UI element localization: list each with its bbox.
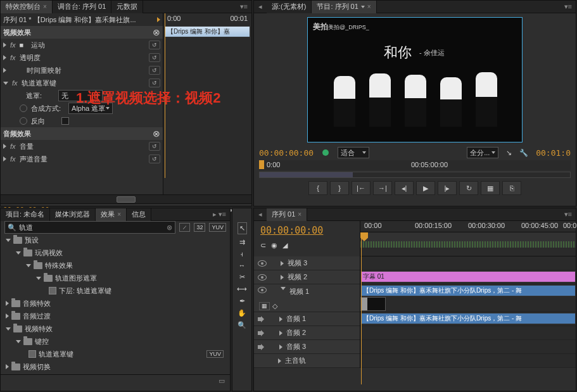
effect-opacity[interactable]: fx透明度↺ xyxy=(1,51,163,64)
output-icon[interactable]: ↘ xyxy=(506,149,512,157)
tree-keying[interactable]: 键控 xyxy=(1,335,230,348)
razor-tool[interactable]: ✂ xyxy=(239,273,245,281)
panel-menu-icon[interactable]: ▸ ▾≡ xyxy=(209,210,230,218)
tree-presets[interactable]: 预设 xyxy=(1,234,230,246)
tab-project[interactable]: 项目: 未命名 xyxy=(1,208,50,221)
search-input[interactable] xyxy=(19,224,164,231)
tab-effects[interactable]: 效果× xyxy=(96,208,127,221)
tree-video-trans[interactable]: 视频切换 xyxy=(1,360,230,373)
ripple-tool[interactable]: ⫞ xyxy=(240,250,244,258)
snap-icon[interactable]: ⊂ xyxy=(260,241,266,250)
step-back-button[interactable]: ◂| xyxy=(395,181,414,195)
section-audio-effects[interactable]: 音频效果 ⊗ xyxy=(1,127,163,140)
timeline-timecode[interactable]: 00:00:00:00 xyxy=(260,225,353,236)
track-a3-header[interactable]: 音频 3 xyxy=(254,340,360,354)
keyframe-icon[interactable]: ◇ xyxy=(272,302,277,310)
tree-trackmatte-preset[interactable]: 轨道图形遮罩 xyxy=(1,272,230,284)
track-master[interactable] xyxy=(360,354,576,368)
track-v2-header[interactable]: 视频 2 xyxy=(254,270,360,284)
mark-in-button[interactable]: { xyxy=(308,181,327,195)
clip-header[interactable]: 【Drips 编舞 和你】嘉 xyxy=(165,26,250,37)
step-fwd-button[interactable]: |▸ xyxy=(438,181,457,195)
marker-icon[interactable]: ◉ xyxy=(271,241,277,250)
new-bin-icon[interactable]: ▭ xyxy=(219,377,225,385)
close-icon[interactable]: × xyxy=(43,3,47,10)
panel-menu-icon[interactable]: ▾≡ xyxy=(236,3,251,11)
zoom-select[interactable]: 适合 xyxy=(338,147,369,158)
tab-metadata[interactable]: 元数据 xyxy=(111,1,143,13)
close-icon[interactable]: × xyxy=(367,3,371,10)
pen-tool[interactable]: ✒ xyxy=(239,297,245,305)
clip-main-audio[interactable]: 【Drips 编舞 和你】嘉禾舞社旗下小分队Drips，第二 - 舞 xyxy=(360,313,576,324)
scrollbar-h[interactable] xyxy=(1,194,251,203)
effects-search[interactable]: 🔍 ⊗ xyxy=(4,221,175,234)
track-select-tool[interactable]: ⇉ xyxy=(239,238,245,246)
rate-tool[interactable]: ↔ xyxy=(239,262,246,269)
badge-32[interactable]: 32 xyxy=(194,223,205,232)
program-timecode[interactable]: 00:00:00:00 xyxy=(259,148,314,158)
panel-menu-icon[interactable]: ▾≡ xyxy=(561,3,576,11)
track-v1[interactable]: 【Drips 编舞 和你】嘉禾舞社旗下小分队Drips，第二 - 舞 xyxy=(360,284,576,312)
clip-subtitle[interactable]: 字幕 01 xyxy=(360,271,576,282)
effect-channel-volume[interactable]: fx声道音量↺ xyxy=(1,153,163,165)
eye-icon[interactable] xyxy=(258,274,267,281)
clip-main-video[interactable]: 【Drips 编舞 和你】嘉禾舞社旗下小分队Drips，第二 - 舞 xyxy=(360,285,576,296)
track-a1-header[interactable]: 音频 1 xyxy=(254,312,360,326)
section-video-effects[interactable]: 视频效果 ⊗ xyxy=(1,26,163,39)
tree-special[interactable]: 特殊效果 xyxy=(1,259,230,272)
reset-icon[interactable]: ↺ xyxy=(149,66,160,75)
go-in-button[interactable]: |← xyxy=(352,181,371,195)
tab-program[interactable]: 节目: 序列 01× xyxy=(312,1,376,13)
effect-motion[interactable]: fx■运动↺ xyxy=(1,39,163,51)
prev-tab-icon[interactable]: ◂ xyxy=(254,210,267,218)
tree-sublayer[interactable]: 下层: 轨道遮罩键 xyxy=(1,284,230,297)
reverse-checkbox[interactable] xyxy=(61,117,69,125)
prev-tab-icon[interactable]: ◂ xyxy=(254,3,267,11)
wrench-icon[interactable]: 🔧 xyxy=(519,149,528,157)
track-v2[interactable]: 字幕 01 xyxy=(360,270,576,284)
track-v3-header[interactable]: 视频 3 xyxy=(254,256,360,270)
tab-info[interactable]: 信息 xyxy=(127,208,151,221)
speaker-icon[interactable] xyxy=(258,330,265,336)
reset-icon[interactable]: ↺ xyxy=(149,79,160,87)
tree-doll[interactable]: 玩偶视效 xyxy=(1,246,230,259)
panel-menu-icon[interactable]: ▾≡ xyxy=(561,210,576,218)
track-v1-header[interactable]: 视频 1 ▦◇ xyxy=(254,284,360,312)
track-v3[interactable] xyxy=(360,256,576,270)
reset-icon[interactable]: ↺ xyxy=(149,41,160,49)
track-a2-header[interactable]: 音频 2 xyxy=(254,326,360,340)
tree-video-fx[interactable]: 视频特效 xyxy=(1,322,230,335)
resolution-select[interactable]: 全分... xyxy=(467,147,498,158)
export-frame-button[interactable]: ⎘ xyxy=(502,181,521,195)
tab-sequence[interactable]: 序列 01× xyxy=(267,208,307,221)
work-area[interactable] xyxy=(360,241,576,248)
mark-out-button[interactable]: } xyxy=(330,181,349,195)
loop-button[interactable]: ↻ xyxy=(459,181,478,195)
tab-media-browser[interactable]: 媒体浏览器 xyxy=(50,208,96,221)
reset-icon[interactable]: ↺ xyxy=(149,142,160,151)
close-icon[interactable]: × xyxy=(298,211,301,218)
tab-source[interactable]: 源:(无素材) xyxy=(267,1,312,13)
marker-bar[interactable] xyxy=(360,232,576,241)
tree-trackmattekey[interactable]: 轨道遮罩键YUV xyxy=(1,348,230,360)
go-out-button[interactable]: →| xyxy=(373,181,392,195)
track-a3[interactable] xyxy=(360,340,576,354)
selection-tool[interactable]: ↖ xyxy=(238,222,247,234)
badge-yuv[interactable]: YUV xyxy=(209,223,226,232)
close-icon[interactable]: × xyxy=(117,211,121,218)
tab-audio-mixer[interactable]: 调音台: 序列 01 xyxy=(53,1,111,13)
work-area-bar[interactable] xyxy=(259,172,571,178)
speaker-icon[interactable] xyxy=(258,316,265,322)
safe-margins-button[interactable]: ▦ xyxy=(481,181,500,195)
time-ruler[interactable]: 00:00 00:00:15:00 00:00:30:00 00:00:45:0… xyxy=(360,221,576,232)
play-button[interactable]: ▶ xyxy=(416,181,435,195)
hand-tool[interactable]: ✋ xyxy=(238,309,246,317)
stopwatch-icon[interactable] xyxy=(20,117,27,125)
zoom-tool[interactable]: 🔍 xyxy=(238,321,246,329)
track-master-header[interactable]: 主音轨 xyxy=(254,354,360,368)
eye-icon[interactable] xyxy=(258,260,267,267)
video-preview[interactable]: 美拍美拍@_DRIPS_ 和你 - 余佳运 xyxy=(307,17,523,142)
effect-trackmatte[interactable]: fx轨道遮罩键↺ xyxy=(1,77,163,89)
speaker-icon[interactable] xyxy=(258,344,265,350)
accel-badge[interactable]: ⟋ xyxy=(179,223,190,232)
